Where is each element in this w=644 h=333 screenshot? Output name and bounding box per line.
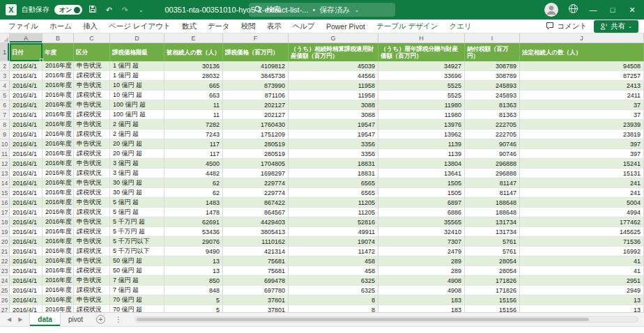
sheet-tab-pivot[interactable]: pivot xyxy=(61,313,91,326)
cell-B7[interactable]: 2016年度 xyxy=(43,110,74,120)
cell-G16[interactable]: 11205 xyxy=(289,198,378,208)
cell-J15[interactable]: 241 xyxy=(520,188,644,198)
cell-G8[interactable]: 19547 xyxy=(289,120,378,130)
cell-F22[interactable]: 75681 xyxy=(223,256,289,266)
cell-G20[interactable]: 19074 xyxy=(289,237,378,247)
comments-button[interactable]: コメント xyxy=(546,22,587,31)
cell-I4[interactable]: 245893 xyxy=(465,81,520,91)
table-header-cell-F[interactable]: 課税価格（百万円） xyxy=(223,43,289,61)
cell-G9[interactable]: 19547 xyxy=(289,130,378,139)
cell-H23[interactable]: 289 xyxy=(378,266,465,276)
table-header-cell-B[interactable]: 年度 xyxy=(43,43,74,61)
cell-C3[interactable]: 課税状況 xyxy=(74,71,110,81)
cell-J23[interactable]: 41 xyxy=(520,266,644,276)
cell-F12[interactable]: 1704805 xyxy=(223,159,289,169)
cell-D25[interactable]: 7 億円 超 xyxy=(110,286,164,295)
cell-G21[interactable]: 11472 xyxy=(289,247,378,256)
row-header-4[interactable]: 4 xyxy=(0,81,10,91)
cell-H12[interactable]: 13804 xyxy=(378,159,465,169)
cell-E10[interactable]: 117 xyxy=(164,139,223,149)
cell-A26[interactable]: 2016/4/1 xyxy=(10,295,43,305)
cell-H11[interactable]: 1139 xyxy=(378,149,465,159)
cell-C25[interactable]: 課税状況 xyxy=(74,286,110,295)
cell-A16[interactable]: 2016/4/1 xyxy=(10,198,43,208)
cell-F8[interactable]: 1760430 xyxy=(223,120,289,130)
cell-A13[interactable]: 2016/4/1 xyxy=(10,169,43,178)
table-header-cell-C[interactable]: 区分 xyxy=(74,43,110,61)
cell-G22[interactable]: 458 xyxy=(289,256,378,266)
cell-A21[interactable]: 2016/4/1 xyxy=(10,247,43,256)
cell-I27[interactable]: 15156 xyxy=(465,305,520,312)
cell-C21[interactable]: 課税状況 xyxy=(74,247,110,256)
cell-A9[interactable]: 2016/4/1 xyxy=(10,130,43,139)
cell-C6[interactable]: 申告状況 xyxy=(74,100,110,110)
sheet-tab-data[interactable]: data xyxy=(29,313,61,326)
cell-A20[interactable]: 2016/4/1 xyxy=(10,237,43,247)
cell-E5[interactable]: 663 xyxy=(164,91,223,100)
cell-A5[interactable]: 2016/4/1 xyxy=(10,91,43,100)
cell-D6[interactable]: 100 億円 超 xyxy=(110,100,164,110)
cell-G24[interactable]: 6325 xyxy=(289,276,378,286)
cell-J24[interactable]: 2951 xyxy=(520,276,644,286)
cell-E8[interactable]: 7282 xyxy=(164,120,223,130)
cell-D26[interactable]: 70 億円 超 xyxy=(110,295,164,305)
cell-B3[interactable]: 2016年度 xyxy=(43,71,74,81)
cell-G12[interactable]: 18831 xyxy=(289,159,378,169)
cell-H21[interactable]: 2479 xyxy=(378,247,465,256)
cell-H9[interactable]: 13962 xyxy=(378,130,465,139)
add-sheet-button[interactable]: + xyxy=(96,315,105,324)
table-header-cell-A[interactable]: 日付 xyxy=(10,43,43,61)
select-all-corner[interactable] xyxy=(0,33,10,43)
cell-C18[interactable]: 申告状況 xyxy=(74,217,110,227)
cell-A2[interactable]: 2016/4/1 xyxy=(10,61,43,71)
cell-B19[interactable]: 2016年度 xyxy=(43,227,74,237)
cell-B11[interactable]: 2016年度 xyxy=(43,149,74,159)
cell-B22[interactable]: 2016年度 xyxy=(43,256,74,266)
cell-E15[interactable]: 62 xyxy=(164,188,223,198)
cell-F26[interactable]: 37801 xyxy=(223,295,289,305)
cell-B4[interactable]: 2016年度 xyxy=(43,81,74,91)
cell-G2[interactable]: 45039 xyxy=(289,61,378,71)
cell-I24[interactable]: 171826 xyxy=(465,276,520,286)
cell-A10[interactable]: 2016/4/1 xyxy=(10,139,43,149)
column-header-B[interactable]: B xyxy=(43,33,74,43)
cell-J10[interactable]: 397 xyxy=(520,139,644,149)
cell-J4[interactable]: 2413 xyxy=(520,81,644,91)
cell-G19[interactable]: 49911 xyxy=(289,227,378,237)
cell-J27[interactable]: 13 xyxy=(520,305,644,312)
cell-I8[interactable]: 222705 xyxy=(465,120,520,130)
row-header-5[interactable]: 5 xyxy=(0,91,10,100)
cell-B18[interactable]: 2016年度 xyxy=(43,217,74,227)
cell-D13[interactable]: 3 億円 超 xyxy=(110,169,164,178)
table-header-cell-E[interactable]: 被相続人の数（人） xyxy=(164,43,223,61)
cell-D4[interactable]: 10 億円 超 xyxy=(110,81,164,91)
cell-I25[interactable]: 171826 xyxy=(465,286,520,295)
column-header-H[interactable]: H xyxy=(378,33,465,43)
cell-H27[interactable]: 183 xyxy=(378,305,465,312)
cell-F25[interactable]: 697780 xyxy=(223,286,289,295)
cell-H16[interactable]: 6897 xyxy=(378,198,465,208)
cell-F4[interactable]: 873990 xyxy=(223,81,289,91)
row-header-18[interactable]: 18 xyxy=(0,217,10,227)
cell-C15[interactable]: 課税状況 xyxy=(74,188,110,198)
column-header-I[interactable]: I xyxy=(465,33,520,43)
cell-A6[interactable]: 2016/4/1 xyxy=(10,100,43,110)
cell-J25[interactable]: 2949 xyxy=(520,286,644,295)
cell-A18[interactable]: 2016/4/1 xyxy=(10,217,43,227)
undo-icon[interactable]: ↶ xyxy=(103,6,114,15)
horizontal-scrollbar[interactable] xyxy=(135,316,638,323)
sheet-options-icon[interactable]: ⋮ xyxy=(115,316,122,323)
search-input[interactable]: 検索 xyxy=(249,3,395,17)
cell-D23[interactable]: 50 億円 超 xyxy=(110,266,164,276)
cell-G11[interactable]: 3356 xyxy=(289,149,378,159)
cell-D12[interactable]: 3 億円 超 xyxy=(110,159,164,169)
cell-E21[interactable]: 9490 xyxy=(164,247,223,256)
cell-A27[interactable]: 2016/4/1 xyxy=(10,305,43,312)
cell-C13[interactable]: 課税状況 xyxy=(74,169,110,178)
ribbon-tab-8[interactable]: ヘルプ xyxy=(287,20,321,33)
cell-D21[interactable]: 5 千万円以下 xyxy=(110,247,164,256)
cell-H15[interactable]: 1505 xyxy=(378,188,465,198)
cell-G3[interactable]: 44566 xyxy=(289,71,378,81)
cell-B9[interactable]: 2016年度 xyxy=(43,130,74,139)
horizontal-scrollbar-thumb[interactable] xyxy=(137,318,589,321)
